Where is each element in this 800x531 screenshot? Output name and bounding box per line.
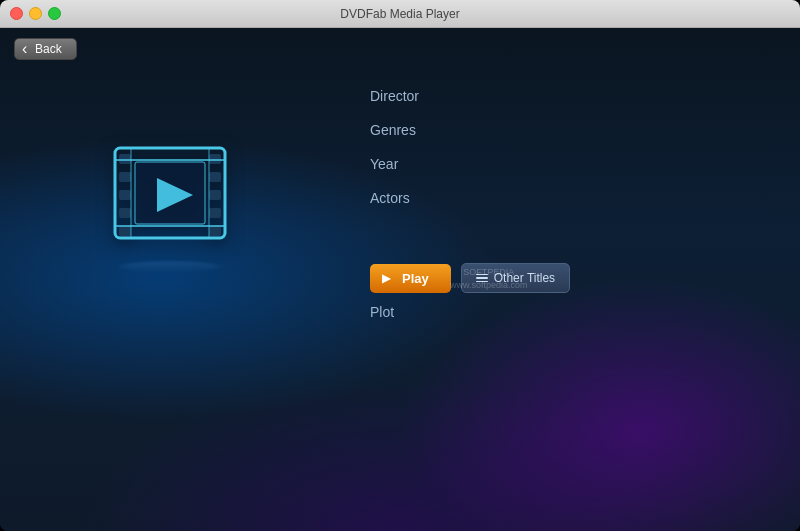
film-reflection <box>120 261 220 273</box>
close-button[interactable] <box>10 7 23 20</box>
maximize-button[interactable] <box>48 7 61 20</box>
year-label: Year <box>370 156 419 172</box>
svg-rect-4 <box>119 208 131 218</box>
svg-rect-8 <box>209 190 221 200</box>
plot-section: Plot <box>370 303 394 321</box>
minimize-button[interactable] <box>29 7 42 20</box>
metadata-section: Director Genres Year Actors <box>370 88 419 224</box>
watermark: SOFTPEDIA www.softpedia.com <box>450 266 528 291</box>
actors-label: Actors <box>370 190 419 206</box>
svg-rect-10 <box>209 226 221 236</box>
svg-rect-7 <box>209 172 221 182</box>
svg-rect-6 <box>209 154 221 164</box>
svg-rect-3 <box>119 190 131 200</box>
titlebar: DVDFab Media Player <box>0 0 800 28</box>
plot-label: Plot <box>370 304 394 320</box>
genres-label: Genres <box>370 122 419 138</box>
svg-rect-2 <box>119 172 131 182</box>
svg-rect-1 <box>119 154 131 164</box>
film-icon-container <box>90 138 250 298</box>
film-icon <box>105 138 235 248</box>
app-window: DVDFab Media Player Back <box>0 0 800 531</box>
director-label: Director <box>370 88 419 104</box>
svg-rect-5 <box>119 226 131 236</box>
main-content: Back <box>0 28 800 531</box>
svg-rect-9 <box>209 208 221 218</box>
traffic-lights <box>10 7 61 20</box>
play-button[interactable]: Play <box>370 264 451 293</box>
back-button[interactable]: Back <box>14 38 77 60</box>
window-title: DVDFab Media Player <box>340 7 459 21</box>
film-strip-svg <box>105 138 235 248</box>
